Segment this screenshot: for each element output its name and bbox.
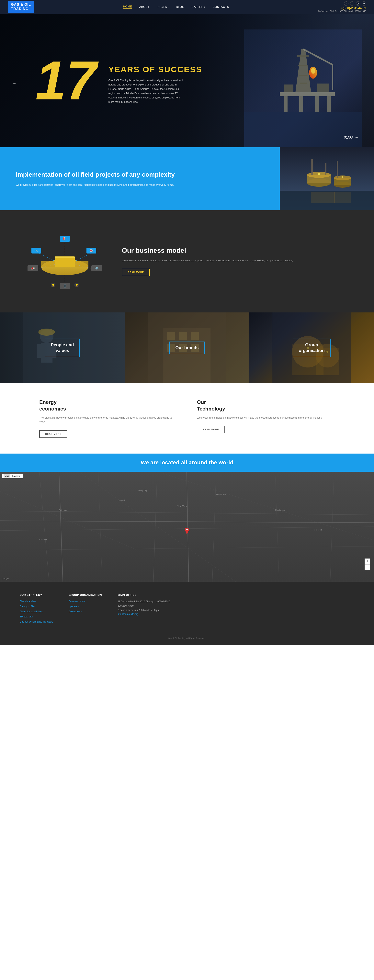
map-container[interactable]: New York Newark Jersey City Long Island … — [0, 472, 374, 582]
nav-gallery[interactable]: GALLERY — [191, 5, 205, 8]
business-description: We believe that the best way to achieve … — [122, 258, 350, 263]
footer-phone: 600-2345-6789 — [118, 604, 170, 608]
svg-rect-17 — [283, 84, 293, 92]
info-block-energy: Energyeconomics The Statistical Review p… — [39, 399, 177, 438]
energy-title: Energyeconomics — [39, 399, 177, 412]
blue-image — [280, 147, 374, 210]
svg-rect-32 — [334, 192, 352, 204]
svg-text:Jersey City: Jersey City — [138, 490, 147, 492]
map-tab-map[interactable]: Map — [3, 474, 10, 477]
info-block-technology: OurTechnology We invest in technologies … — [197, 399, 335, 438]
svg-point-106 — [186, 529, 188, 530]
blue-description: We provide fuel for transportation, ener… — [16, 183, 264, 187]
technology-read-more-button[interactable]: READ MORE — [197, 426, 225, 433]
svg-rect-11 — [300, 83, 307, 84]
svg-rect-10 — [299, 75, 307, 76]
logo-line2: TRADING — [11, 7, 31, 11]
svg-line-39 — [75, 253, 91, 261]
svg-text:👷: 👷 — [75, 283, 78, 286]
svg-text:👷: 👷 — [52, 283, 55, 286]
footer-link-business-model[interactable]: Business model — [68, 600, 102, 603]
panel3-label: Grouporganisation — [293, 339, 331, 357]
footer-link-upstream[interactable]: Upstream — [68, 605, 102, 608]
svg-rect-62 — [37, 344, 42, 358]
header-right: f t g+ in +(800)-2345-6789 28 Jackson Bl… — [318, 2, 366, 13]
hero-description: Gas & Oil Trading is the largest interna… — [108, 78, 183, 104]
hero-text-block: YEARS OF SUCCESS Gas & Oil Trading is th… — [108, 57, 202, 104]
svg-text:🏭: 🏭 — [90, 249, 93, 252]
nav-about[interactable]: ABOUT — [139, 5, 150, 8]
svg-rect-28 — [311, 159, 313, 175]
phone-number[interactable]: +(800)-2345-6789 — [318, 6, 366, 10]
business-section: ⛽ 🔧 🏭 🚛 ⚙️ 🗄️ 👷 — [0, 210, 374, 312]
svg-text:🔧: 🔧 — [35, 249, 38, 252]
map-zoom-in-button[interactable]: + — [364, 558, 370, 564]
business-read-more-button[interactable]: READ MORE — [122, 269, 150, 276]
svg-rect-68 — [179, 332, 187, 340]
facebook-icon[interactable]: f — [344, 2, 349, 6]
nav-blog[interactable]: BLOG — [176, 5, 185, 8]
footer-address: 28 Jackson Blvd Ste 1020 Chicago IL 6060… — [118, 600, 170, 604]
footer-bottom: Gas & Oil Trading. All Rights Reserved. — [20, 633, 354, 640]
social-icons: f t g+ in — [318, 2, 366, 6]
map-section: We are located all around the world — [0, 453, 374, 582]
map-svg: New York Newark Jersey City Long Island … — [0, 472, 374, 582]
footer-link-downstream[interactable]: Downstream — [68, 610, 102, 613]
svg-rect-5 — [315, 96, 319, 112]
footer-col-group-org: GROUP ORGANISATION Business model Upstre… — [68, 593, 102, 625]
twitter-icon[interactable]: t — [350, 2, 354, 6]
nav-contacts[interactable]: CONTACTS — [213, 5, 229, 8]
footer-link-clean-branches[interactable]: Clean branches — [20, 600, 53, 603]
svg-rect-67 — [167, 332, 175, 340]
svg-rect-4 — [299, 96, 303, 112]
hero-right-arrow[interactable]: → — [355, 135, 358, 140]
main-nav: HOME ABOUT PAGES BLOG GALLERY CONTACTS — [123, 5, 229, 9]
energy-read-more-button[interactable]: READ MORE — [39, 430, 67, 438]
svg-rect-69 — [191, 332, 199, 340]
header-address: 28 Jackson Blvd Ste 1020 Chicago IL 6060… — [318, 10, 366, 13]
hero-nav: 01/03 → — [344, 135, 358, 140]
footer-email[interactable]: info@demo-site.org — [118, 612, 170, 616]
panel-group-org[interactable]: Grouporganisation — [250, 312, 374, 383]
business-right: Our business model We believe that the b… — [122, 247, 350, 276]
footer-link-galaxy-profiler[interactable]: Galaxy profiler — [20, 605, 53, 608]
google-icon[interactable]: g+ — [356, 2, 360, 6]
logo[interactable]: GAS & OIL TRADING — [8, 1, 34, 13]
isometric-diagram-svg: ⛽ 🔧 🏭 🚛 ⚙️ 🗄️ 👷 — [24, 226, 106, 297]
svg-point-64 — [38, 329, 55, 336]
svg-text:Freeport: Freeport — [314, 529, 322, 531]
svg-rect-16 — [317, 84, 329, 92]
business-title: Our business model — [122, 247, 350, 254]
hero-content: 17 YEARS OF SUCCESS Gas & Oil Trading is… — [0, 57, 202, 104]
panel1-label: People andvalues — [45, 339, 80, 357]
footer-link-gas-key-performance[interactable]: Gas key performance indicators — [20, 620, 53, 624]
svg-rect-36 — [55, 256, 75, 258]
map-zoom-out-button[interactable]: − — [364, 565, 370, 570]
svg-text:Elizabeth: Elizabeth — [39, 539, 47, 541]
nav-home[interactable]: HOME — [123, 5, 132, 9]
info-section: Energyeconomics The Statistical Review p… — [0, 383, 374, 453]
svg-rect-8 — [298, 55, 309, 57]
business-diagram: ⛽ 🔧 🏭 🚛 ⚙️ 🗄️ 👷 — [24, 226, 106, 297]
hero-section: 17 YEARS OF SUCCESS Gas & Oil Trading is… — [0, 14, 374, 147]
nav-pages[interactable]: PAGES — [157, 5, 169, 8]
panel-people-values[interactable]: People andvalues — [0, 312, 124, 383]
footer-link-distinctive-capabilities[interactable]: Distinctive capabilities — [20, 610, 53, 613]
svg-rect-3 — [283, 96, 288, 112]
linkedin-icon[interactable]: in — [362, 2, 366, 6]
footer-link-six-year-plan[interactable]: Six-year plan — [20, 615, 53, 619]
svg-point-26 — [318, 173, 320, 175]
hero-rig-image — [244, 29, 362, 147]
svg-text:Long Island: Long Island — [216, 493, 226, 496]
header: GAS & OIL TRADING HOME ABOUT PAGES BLOG … — [0, 0, 374, 14]
hero-number: 17 — [35, 57, 97, 104]
svg-point-27 — [342, 176, 343, 178]
hero-title: YEARS OF SUCCESS — [108, 65, 202, 74]
svg-rect-6 — [327, 96, 331, 112]
blue-left: Implementation of oil field projects of … — [0, 147, 280, 210]
footer-col3-title: MAIN OFFICE — [118, 593, 170, 597]
map-tab-satellite[interactable]: Satellite — [11, 474, 21, 477]
footer-columns: OUR STRATEGY Clean branches Galaxy profi… — [20, 593, 354, 625]
footer-hours: 7 Days a week from 9:00 am to 7:00 pm — [118, 608, 170, 612]
panel-brands[interactable]: Our brands — [124, 312, 249, 383]
